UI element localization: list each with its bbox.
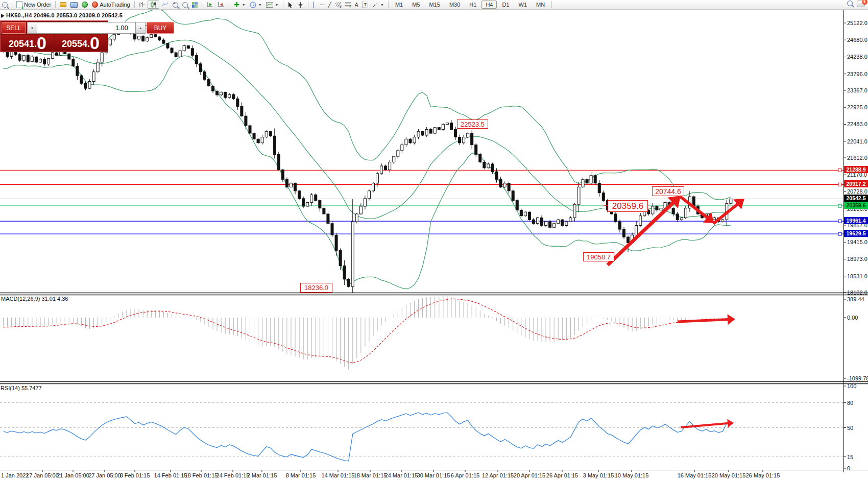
sell-price-display[interactable]: 20541.0: [2, 35, 54, 51]
crosshair-tool-button[interactable]: [295, 1, 306, 9]
timeframe-m15[interactable]: M15: [425, 1, 444, 9]
line-chart-icon: [161, 2, 168, 8]
terminal-button[interactable]: [68, 2, 80, 8]
timeframe-h1[interactable]: H1: [465, 1, 480, 9]
arrows-icon: [372, 2, 378, 8]
indicators-icon: [233, 2, 240, 8]
bar-chart-button[interactable]: [137, 1, 148, 8]
chart-canvas[interactable]: [0, 0, 868, 480]
signals-button[interactable]: [80, 1, 90, 8]
cursor-tool-button[interactable]: [285, 1, 295, 9]
templates-icon: [266, 2, 273, 8]
tile-windows-icon: [192, 2, 198, 8]
periods-clock-icon: [250, 2, 256, 8]
volume-up-button[interactable]: ▲: [135, 22, 146, 34]
main-price-panel: [0, 9, 843, 294]
zoom-in-button[interactable]: +: [171, 2, 180, 8]
horizontal-line-tool[interactable]: ─: [318, 1, 326, 8]
buy-price-display[interactable]: 20554.0: [55, 35, 107, 51]
autotrading-icon: [92, 2, 98, 8]
search-icon[interactable]: [847, 1, 853, 7]
timeframe-h4[interactable]: H4: [481, 1, 497, 9]
toolbar: New Order AutoTrading + - ▼: [0, 0, 868, 10]
templates-caret: ▼: [275, 3, 279, 7]
terminal-icon: [70, 2, 78, 8]
one-click-trading-panel: SELL ▼ ▲ BUY 20541.0 20554.0: [0, 20, 108, 52]
notification-badge: 1: [862, 0, 867, 5]
timeframe-m5[interactable]: M5: [408, 1, 424, 9]
label-tool-icon: T: [363, 2, 369, 8]
trendline-tool[interactable]: ╱: [326, 1, 333, 9]
buy-button[interactable]: BUY: [147, 22, 174, 34]
volume-down-button[interactable]: ▼: [27, 22, 37, 34]
fibonacci-icon: F: [345, 2, 351, 7]
macd-panel: [4, 296, 736, 370]
metaeditor-button[interactable]: [58, 2, 68, 8]
volume-input[interactable]: [37, 22, 135, 34]
arrows-tool[interactable]: ▼: [370, 2, 386, 8]
fibonacci-tool[interactable]: F: [343, 2, 353, 8]
chart-shift-button[interactable]: [215, 1, 227, 8]
chart-shift-icon: [218, 2, 225, 8]
timeframe-w1[interactable]: W1: [515, 1, 532, 9]
indicators-caret: ▼: [242, 3, 246, 7]
candlestick-chart-button[interactable]: [148, 1, 159, 9]
mt4-window: New Order AutoTrading + - ▼: [0, 0, 868, 480]
zoom-out-button[interactable]: -: [180, 2, 190, 8]
metaeditor-icon: [60, 2, 66, 7]
auto-scroll-button[interactable]: [204, 1, 215, 8]
signals-icon: [82, 2, 88, 8]
candles-layer: [2, 23, 732, 294]
candlestick-icon: [150, 2, 157, 8]
new-order-label: New Order: [24, 2, 51, 8]
notifications-icon[interactable]: 1: [857, 1, 865, 7]
timeframe-group: M1M5M15M30H1H4D1W1MN: [391, 2, 549, 8]
timeframe-m1[interactable]: M1: [391, 1, 407, 9]
tile-windows-button[interactable]: [190, 2, 200, 8]
timeframe-mn[interactable]: MN: [532, 1, 549, 9]
channel-icon: E: [335, 2, 341, 7]
sell-button[interactable]: SELL: [2, 22, 26, 34]
new-order-button[interactable]: New Order: [14, 1, 53, 9]
timeframe-d1[interactable]: D1: [498, 1, 513, 9]
periods-caret: ▼: [258, 3, 262, 7]
cursor-icon: [287, 2, 293, 8]
templates-button[interactable]: ▼: [264, 2, 281, 8]
timeframe-m30[interactable]: M30: [445, 1, 464, 9]
autotrading-button[interactable]: AutoTrading: [90, 1, 132, 8]
rsi-panel: [0, 403, 843, 461]
vertical-line-tool[interactable]: │: [310, 1, 318, 8]
bar-chart-icon: [139, 2, 146, 8]
market-watch-icon[interactable]: [0, 2, 10, 8]
indicators-button[interactable]: ▼: [231, 1, 248, 8]
auto-scroll-icon: [206, 2, 213, 8]
crosshair-icon: [297, 2, 304, 8]
line-chart-button[interactable]: [159, 1, 171, 8]
label-tool[interactable]: T: [360, 1, 371, 8]
new-order-icon: [16, 1, 22, 8]
text-tool[interactable]: A: [353, 2, 360, 8]
channel-tool[interactable]: E: [333, 2, 343, 8]
periods-button[interactable]: ▼: [248, 1, 264, 9]
autotrading-label: AutoTrading: [100, 2, 130, 8]
